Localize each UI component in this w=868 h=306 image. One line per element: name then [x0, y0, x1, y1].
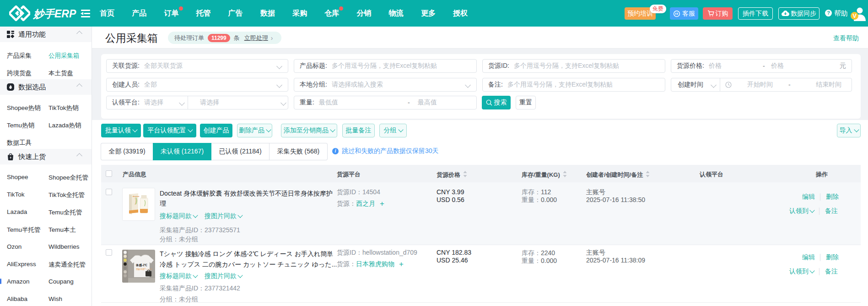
- svg-text:V: V: [852, 12, 857, 19]
- svg-text:体感-2℃: 体感-2℃: [135, 263, 147, 267]
- svg-text:docteat: docteat: [133, 195, 140, 197]
